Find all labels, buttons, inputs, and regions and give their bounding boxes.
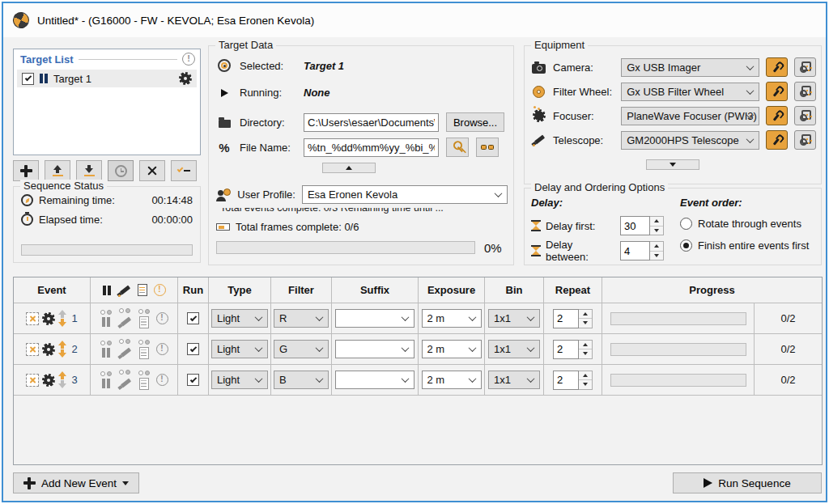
target-list-warning-icon: ! [182, 53, 195, 66]
repeat-input[interactable] [553, 309, 579, 328]
suffix-dropdown[interactable] [335, 309, 414, 328]
expand-equipment-button[interactable] [646, 159, 699, 170]
user-profile-dropdown[interactable]: Esa Eronen Kevola [302, 185, 508, 204]
run-sequence-button[interactable]: Run Sequence [673, 472, 822, 493]
spin-up-button[interactable] [579, 341, 592, 350]
move-down-icon[interactable] [58, 349, 66, 358]
spin-up-button[interactable] [579, 371, 592, 381]
browse-button[interactable]: Browse... [446, 112, 504, 132]
focuser-dropdown[interactable]: PlaneWave Focuser (PWI3) [621, 107, 759, 125]
type-dropdown[interactable]: Light [211, 340, 268, 358]
exposure-dropdown[interactable]: 2 m [422, 371, 482, 389]
spin-down-button[interactable] [579, 380, 592, 389]
bin-dropdown[interactable]: 1x1 [488, 371, 540, 389]
filter-wheel-settings-button[interactable] [766, 82, 788, 101]
bin-dropdown[interactable]: 1x1 [488, 309, 540, 328]
select-event-icon[interactable] [26, 312, 39, 325]
repeat-input[interactable] [553, 340, 579, 359]
delay-first-input[interactable] [620, 216, 650, 235]
filter-dropdown[interactable]: G [274, 340, 329, 358]
order-finish-option[interactable]: Finish entire events first [680, 239, 809, 252]
repeat-input[interactable] [553, 371, 579, 390]
suffix-dropdown[interactable] [335, 340, 414, 358]
focuser-connect-button[interactable] [794, 106, 816, 125]
run-checkbox[interactable] [187, 343, 199, 355]
elapsed-time-icon [21, 214, 33, 226]
event-settings-gear-icon[interactable] [42, 343, 55, 356]
file-name-input[interactable] [304, 138, 439, 157]
radio-selected-icon[interactable] [680, 239, 692, 252]
spin-down-button[interactable] [650, 252, 663, 260]
connect-icon [799, 85, 812, 98]
target-checkbox[interactable] [22, 73, 34, 85]
move-down-icon[interactable] [58, 380, 66, 388]
close-button[interactable] [800, 14, 813, 27]
type-dropdown[interactable]: Light [211, 309, 268, 328]
bin-dropdown[interactable]: 1x1 [488, 340, 540, 358]
event-settings-gear-icon[interactable] [42, 312, 55, 325]
spin-down-button[interactable] [579, 319, 592, 328]
event-row: 1 ! Light R 2 m 1x1 0/2 [14, 303, 822, 334]
radio-unselected-icon[interactable] [680, 218, 692, 230]
move-up-icon[interactable] [58, 371, 66, 379]
select-event-icon[interactable] [26, 374, 39, 387]
clock-icon [115, 165, 127, 177]
spin-up-button[interactable] [650, 217, 663, 227]
spin-down-button[interactable] [579, 349, 592, 358]
directory-input[interactable] [304, 113, 439, 132]
telescope-settings-button[interactable] [766, 130, 788, 150]
file-name-preview-button[interactable] [476, 138, 499, 157]
file-name-pattern-button[interactable] [446, 138, 469, 157]
event-move-arrows[interactable] [58, 371, 66, 388]
move-up-icon[interactable] [58, 310, 66, 318]
collapse-target-data-button[interactable] [322, 163, 376, 173]
add-new-event-button[interactable]: Add New Event [13, 472, 139, 493]
event-move-arrows[interactable] [58, 310, 66, 327]
delete-target-button[interactable] [139, 160, 165, 181]
focuser-settings-button[interactable] [766, 106, 788, 125]
move-target-down-button[interactable] [76, 160, 102, 181]
move-target-up-button[interactable] [45, 160, 70, 181]
filter-wheel-row: Filter Wheel: Gx USB Filter Wheel [531, 82, 816, 101]
event-move-arrows[interactable] [58, 341, 66, 358]
select-event-icon[interactable] [26, 343, 39, 356]
suffix-dropdown[interactable] [335, 371, 414, 389]
telescope-dropdown[interactable]: GM2000HPS Telescope [621, 131, 759, 150]
filter-dropdown[interactable]: R [274, 309, 329, 328]
filter-value: B [279, 374, 287, 386]
check-minus-icon [177, 170, 190, 172]
order-rotate-option[interactable]: Rotate through events [680, 218, 801, 230]
spin-down-button[interactable] [650, 227, 663, 235]
schedule-target-button[interactable] [108, 160, 134, 181]
exposure-dropdown[interactable]: 2 m [422, 340, 482, 358]
row-progress-bar [610, 374, 746, 387]
filter-wheel-connect-button[interactable] [794, 82, 816, 101]
run-checkbox[interactable] [187, 374, 199, 386]
type-value: Light [217, 374, 240, 386]
camera-dropdown[interactable]: Gx USB Imager [621, 58, 759, 77]
warning-icon: ! [156, 312, 168, 324]
exposure-dropdown[interactable]: 2 m [422, 309, 482, 328]
telescope-connect-button[interactable] [794, 130, 816, 150]
spin-up-button[interactable] [579, 310, 592, 320]
validate-target-button[interactable] [171, 160, 197, 181]
target-list-item[interactable]: Target 1 [17, 70, 197, 87]
move-down-icon[interactable] [58, 319, 66, 327]
event-settings-gear-icon[interactable] [42, 374, 55, 387]
plus-icon [20, 165, 32, 177]
collapse-arrow-icon [346, 166, 352, 170]
filter-dropdown[interactable]: B [274, 371, 329, 389]
spin-up-button[interactable] [650, 242, 663, 252]
run-checkbox[interactable] [187, 312, 199, 324]
filter-wheel-dropdown[interactable]: Gx USB Filter Wheel [621, 83, 759, 101]
file-name-label: File Name: [240, 142, 296, 154]
selected-target-icon [216, 59, 232, 72]
target-settings-gear-icon[interactable] [179, 72, 192, 85]
frames-complete-row: Total frames complete: 0/6 [216, 221, 359, 233]
camera-settings-button[interactable] [766, 57, 788, 77]
camera-connect-button[interactable] [794, 57, 816, 77]
add-target-button[interactable] [13, 160, 39, 181]
delay-between-input[interactable] [620, 241, 650, 260]
type-dropdown[interactable]: Light [211, 371, 268, 389]
move-up-icon[interactable] [58, 341, 66, 349]
